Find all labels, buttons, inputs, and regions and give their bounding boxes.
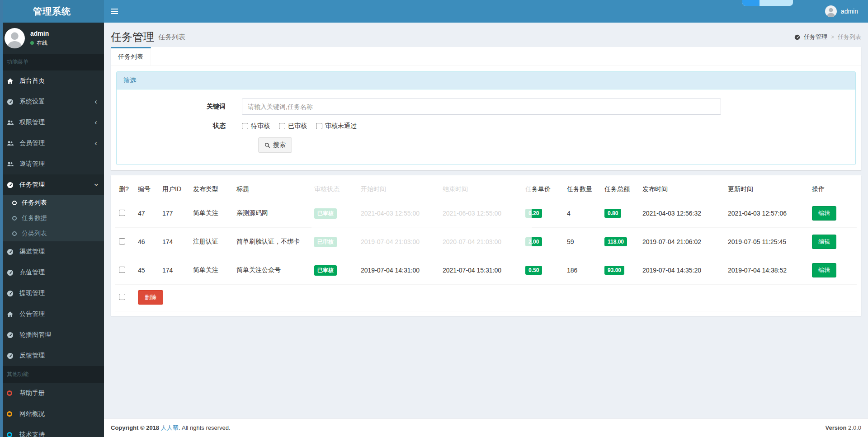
table-row: 47 177 简单关注 亲测源码网 已审核 2021-04-03 12:55:0… bbox=[115, 199, 857, 228]
sidebar-item-channels[interactable]: 渠道管理 bbox=[0, 241, 104, 262]
menu-section-header-other: 其他功能 bbox=[0, 366, 104, 383]
submenu-item-task-list[interactable]: 任务列表 bbox=[0, 195, 104, 211]
edit-button[interactable]: 编辑 bbox=[812, 206, 836, 221]
sidebar-item-permissions[interactable]: 权限管理 ‹ bbox=[0, 112, 104, 133]
sidebar-menu: 后台首页 系统设置 ‹ 权限管理 ‹ 会员管理 ‹ 邀请管理 任务管理 ‹ bbox=[0, 70, 104, 195]
tab-nav: 任务列表 bbox=[111, 47, 861, 66]
main-footer: Copyright © 2018 人人帮. All rights reserve… bbox=[104, 418, 868, 437]
breadcrumb-separator: > bbox=[831, 34, 834, 40]
user-status[interactable]: 在线 bbox=[30, 39, 49, 47]
brand-link[interactable]: 人人帮 bbox=[161, 424, 179, 431]
hamburger-icon[interactable] bbox=[104, 0, 125, 23]
status-option-approved[interactable]: 已审核 bbox=[279, 122, 307, 130]
gauge-icon bbox=[794, 34, 800, 40]
task-table: 删? 编号 用户ID 发布类型 标题 审核状态 开始时间 结束时间 任务单价 任… bbox=[115, 180, 857, 311]
circle-icon bbox=[12, 201, 17, 205]
status-checkbox-group: 待审核 已审核 审核未通过 bbox=[242, 122, 357, 130]
price-badge: 2.00 bbox=[525, 237, 542, 246]
bulk-action-row: 删除 bbox=[115, 285, 857, 311]
keyword-label: 关键词 bbox=[123, 103, 242, 111]
status-option-rejected[interactable]: 审核未通过 bbox=[316, 122, 357, 130]
circle-icon bbox=[7, 432, 16, 437]
navbar-user-menu[interactable]: admin bbox=[815, 0, 868, 23]
progress-pill bbox=[742, 0, 793, 6]
sidebar-username: admin bbox=[30, 30, 49, 37]
sidebar-item-system-settings[interactable]: 系统设置 ‹ bbox=[0, 91, 104, 112]
circle-icon bbox=[12, 231, 17, 236]
chevron-left-icon: ‹ bbox=[94, 99, 97, 104]
delete-button[interactable]: 删除 bbox=[138, 290, 163, 305]
sidebar-item-help-manual[interactable]: 帮助手册 bbox=[0, 383, 104, 404]
table-header-row: 删? 编号 用户ID 发布类型 标题 审核状态 开始时间 结束时间 任务单价 任… bbox=[115, 180, 857, 199]
users-icon bbox=[7, 140, 16, 147]
main-header: 管理系统 admin bbox=[0, 0, 868, 23]
col-start: 开始时间 bbox=[357, 180, 439, 199]
rejected-checkbox[interactable] bbox=[316, 123, 322, 129]
chevron-left-icon: ‹ bbox=[94, 120, 97, 125]
home-icon bbox=[7, 311, 16, 318]
gauge-icon bbox=[7, 290, 16, 297]
sidebar-item-site-overview[interactable]: 网站概况 bbox=[0, 404, 104, 424]
content-header: 任务管理 任务列表 任务管理 > 任务列表 bbox=[104, 23, 868, 47]
breadcrumb-current: 任务列表 bbox=[838, 33, 861, 41]
gauge-icon bbox=[7, 332, 16, 338]
sidebar-item-feedback[interactable]: 反馈管理 bbox=[0, 345, 104, 366]
sidebar-item-dashboard[interactable]: 后台首页 bbox=[0, 70, 104, 91]
approved-checkbox[interactable] bbox=[279, 123, 285, 129]
tab-task-list[interactable]: 任务列表 bbox=[111, 47, 151, 66]
circle-icon bbox=[12, 216, 17, 221]
col-total: 任务总额 bbox=[601, 180, 639, 199]
row-checkbox[interactable] bbox=[119, 210, 125, 216]
table-row: 45 174 简单关注 简单关注公众号 已审核 2019-07-04 14:31… bbox=[115, 256, 857, 285]
breadcrumb-parent[interactable]: 任务管理 bbox=[804, 33, 827, 41]
chevron-left-icon: ‹ bbox=[94, 141, 97, 146]
status-label: 状态 bbox=[123, 122, 242, 130]
col-status: 审核状态 bbox=[311, 180, 357, 199]
submenu-item-task-data[interactable]: 任务数据 bbox=[0, 211, 104, 226]
edit-button[interactable]: 编辑 bbox=[812, 263, 836, 277]
version-info: Version 2.0.0 bbox=[825, 424, 861, 431]
tasks-submenu: 任务列表 任务数据 分类列表 bbox=[0, 195, 104, 241]
status-badge: 已审核 bbox=[314, 237, 337, 247]
gauge-icon bbox=[7, 249, 16, 255]
content-wrapper: 任务管理 任务列表 任务管理 > 任务列表 任务列表 筛选 关键词 bbox=[104, 23, 868, 316]
keyword-input[interactable] bbox=[242, 99, 721, 115]
circle-icon bbox=[7, 390, 16, 396]
submenu-item-category-list[interactable]: 分类列表 bbox=[0, 226, 104, 241]
col-type: 发布类型 bbox=[189, 180, 233, 199]
status-option-pending[interactable]: 待审核 bbox=[242, 122, 270, 130]
search-icon bbox=[264, 142, 270, 148]
app-logo[interactable]: 管理系统 bbox=[0, 0, 104, 23]
edit-button[interactable]: 编辑 bbox=[812, 235, 836, 249]
col-user-id: 用户ID bbox=[159, 180, 189, 199]
select-all-checkbox[interactable] bbox=[119, 294, 125, 300]
gauge-icon bbox=[7, 99, 16, 105]
search-button[interactable]: 搜索 bbox=[258, 137, 292, 153]
sidebar-item-announcements[interactable]: 公告管理 bbox=[0, 304, 104, 324]
sidebar-item-tech-support[interactable]: 技术支持 bbox=[0, 424, 104, 437]
sidebar: admin 在线 功能菜单 后台首页 系统设置 ‹ 权限管理 ‹ 会员管理 ‹ bbox=[0, 23, 104, 437]
status-badge: 已审核 bbox=[314, 265, 337, 276]
sidebar-item-carousel[interactable]: 轮播图管理 bbox=[0, 324, 104, 345]
filter-panel-body: 关键词 状态 待审核 bbox=[117, 89, 855, 164]
table-row: 46 174 注册认证 简单刷脸认证，不绑卡 已审核 2019-07-04 21… bbox=[115, 228, 857, 256]
chevron-down-icon: ‹ bbox=[94, 183, 98, 186]
total-badge: 118.00 bbox=[604, 237, 627, 246]
sidebar-item-members[interactable]: 会员管理 ‹ bbox=[0, 133, 104, 154]
filter-panel-title: 筛选 bbox=[117, 72, 855, 89]
sidebar-item-withdraw[interactable]: 提现管理 bbox=[0, 283, 104, 304]
row-checkbox[interactable] bbox=[119, 267, 125, 273]
row-checkbox[interactable] bbox=[119, 238, 125, 244]
home-icon bbox=[7, 78, 16, 85]
col-actions: 操作 bbox=[808, 180, 857, 199]
total-badge: 0.80 bbox=[604, 209, 621, 218]
users-icon bbox=[7, 161, 16, 168]
tab-content: 筛选 关键词 状态 bbox=[111, 66, 861, 170]
price-badge: 0.50 bbox=[525, 266, 542, 275]
sidebar-item-recharge[interactable]: 充值管理 bbox=[0, 262, 104, 283]
navbar-username: admin bbox=[841, 8, 858, 15]
pending-checkbox[interactable] bbox=[242, 123, 248, 129]
sidebar-item-tasks[interactable]: 任务管理 ‹ bbox=[0, 174, 104, 195]
sidebar-item-invites[interactable]: 邀请管理 bbox=[0, 154, 104, 174]
task-table-box: 删? 编号 用户ID 发布类型 标题 审核状态 开始时间 结束时间 任务单价 任… bbox=[111, 175, 861, 316]
